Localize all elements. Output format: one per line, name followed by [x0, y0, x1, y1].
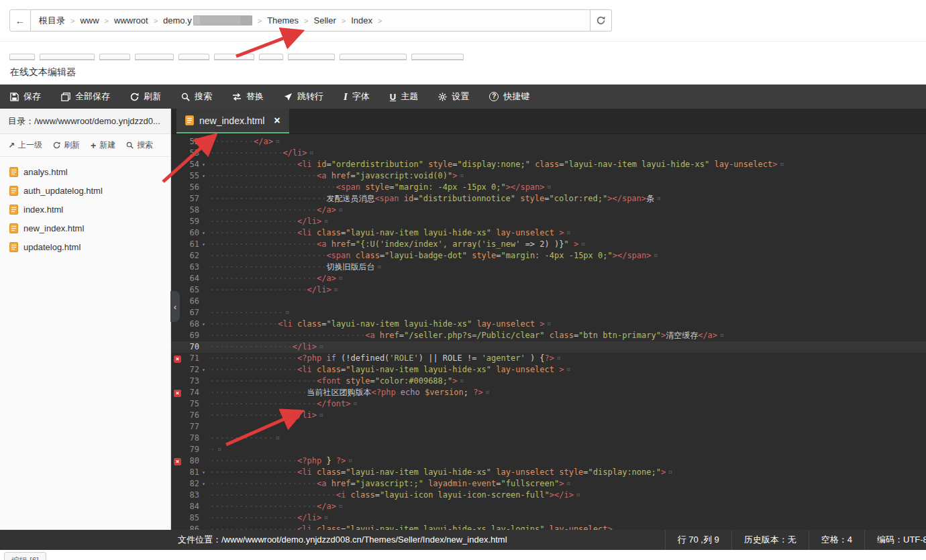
breadcrumb-item-root[interactable]: 根目录 [39, 15, 65, 27]
fold-caret-icon[interactable]: ▾ [202, 467, 210, 478]
gutter[interactable]: 55▾ [171, 170, 210, 182]
code-line[interactable]: 75······················</font>¤ [171, 398, 926, 410]
tab-new-index-html[interactable]: new_index.html × [176, 109, 289, 133]
file-item-auth-updatelog[interactable]: auth_updatelog.html [0, 181, 170, 200]
clipped-button[interactable] [178, 54, 209, 60]
code-line[interactable]: 53···············</li>¤ [171, 148, 926, 159]
gutter[interactable]: 86 [171, 524, 210, 530]
path-refresh-button[interactable] [590, 9, 612, 32]
hotkeys-button[interactable]: ? 快捷键 [479, 85, 539, 109]
code-line[interactable]: 73······················<font style="col… [171, 376, 926, 387]
code-line[interactable]: 57························发配送员消息<span id… [171, 193, 926, 205]
clipped-button[interactable] [135, 54, 174, 60]
save-button[interactable]: 保存 [0, 85, 51, 109]
code-line[interactable]: 83··························<i class="la… [171, 490, 926, 501]
file-item-updatelog[interactable]: updatelog.html [0, 237, 170, 256]
font-button[interactable]: I 字体 [333, 85, 380, 109]
gutter[interactable]: 60▾ [171, 227, 210, 239]
fold-caret-icon[interactable]: ▾ [202, 364, 210, 376]
sidebar-collapse-handle[interactable]: ‹ [170, 291, 180, 322]
breadcrumb-item-seller[interactable]: Seller [314, 15, 336, 25]
gutter[interactable]: 82▾ [171, 478, 210, 490]
code-line[interactable]: 55▾······················<a href="javasc… [171, 170, 926, 182]
fold-caret-icon[interactable]: ▾ [202, 159, 210, 170]
clipped-button[interactable] [288, 54, 335, 60]
gutter[interactable]: 72▾ [171, 364, 210, 376]
breadcrumb-item-www[interactable]: www [80, 15, 99, 25]
search-button[interactable]: 搜索 [171, 85, 222, 109]
code-line[interactable]: 65····················</li>¤ [171, 284, 926, 296]
gutter[interactable]: 77 [171, 421, 210, 433]
code-line[interactable]: 85··················</li>¤ [171, 512, 926, 524]
code-line[interactable]: 82▾······················<a href="javasc… [171, 478, 926, 490]
back-button[interactable]: ← [9, 9, 31, 32]
gutter[interactable]: 79 [171, 444, 210, 455]
fold-caret-icon[interactable]: ▾ [202, 239, 210, 250]
gutter[interactable]: ×80 [171, 455, 210, 467]
code-line[interactable]: 66 [171, 296, 926, 307]
clipped-button[interactable] [9, 54, 35, 60]
code-line[interactable]: 67···············¤ [171, 307, 926, 319]
clipped-button[interactable] [340, 54, 407, 60]
file-item-new-index[interactable]: new_index.html [0, 219, 170, 237]
gutter[interactable]: 84 [171, 501, 210, 512]
code-editor[interactable]: 52·········</a>¤53···············</li>¤5… [171, 134, 926, 530]
code-line[interactable]: 69································<a hre… [171, 330, 926, 341]
code-line[interactable]: ×74····················当前社区团购版本<?php ech… [171, 387, 926, 398]
gutter[interactable]: 78 [171, 433, 210, 444]
code-line[interactable]: 77 [171, 421, 926, 433]
space-indent-setting[interactable]: 空格：4 [809, 530, 864, 550]
breadcrumb-item-index[interactable]: Index [351, 15, 372, 25]
code-line[interactable]: 64······················</a>¤ [171, 273, 926, 284]
fold-caret-icon[interactable]: ▾ [202, 227, 210, 239]
gutter[interactable]: 73 [171, 376, 210, 387]
gutter[interactable]: 58 [171, 205, 210, 216]
up-level-button[interactable]: ↗ 上一级 [8, 139, 42, 151]
gutter[interactable]: ×71 [171, 353, 210, 364]
clipped-button[interactable] [214, 54, 254, 60]
code-line[interactable]: 76·················</li>¤ [171, 410, 926, 421]
clipped-button[interactable] [411, 54, 464, 60]
gutter[interactable]: ×74 [171, 387, 210, 398]
code-line[interactable]: 86··················<li class="layui-nav… [171, 524, 926, 530]
file-item-index[interactable]: index.html [0, 200, 170, 219]
refresh-button[interactable]: 刷新 [120, 85, 171, 109]
gutter[interactable]: 76 [171, 410, 210, 421]
fold-caret-icon[interactable]: ▾ [202, 170, 210, 182]
gutter[interactable]: 53 [171, 148, 210, 159]
new-file-button[interactable]: + 新建 [91, 139, 115, 151]
code-line[interactable]: 63························切换旧版后台¤ [171, 262, 926, 273]
gutter[interactable]: 57 [171, 193, 210, 205]
code-line[interactable]: 70·················</li>¤ [171, 341, 926, 353]
code-line[interactable]: 60▾··················<li class="layui-na… [171, 227, 926, 239]
fold-caret-icon[interactable]: ▾ [202, 478, 210, 490]
theme-button[interactable]: U 主题 [380, 85, 428, 109]
code-line[interactable]: 54▾··················<li id="orderdistri… [171, 159, 926, 170]
fold-caret-icon[interactable]: ▾ [202, 319, 210, 330]
encoding-setting[interactable]: 编码：UTF-8 [864, 530, 926, 550]
breadcrumb-item-themes[interactable]: Themes [267, 15, 299, 25]
code-line[interactable]: 72▾··················<li class="layui-na… [171, 364, 926, 376]
code-line[interactable]: 59··················</li>¤ [171, 216, 926, 227]
gutter[interactable]: 70 [171, 341, 210, 353]
gutter[interactable]: 63 [171, 262, 210, 273]
tab-close-icon[interactable]: × [274, 115, 280, 126]
replace-button[interactable]: 替换 [222, 85, 274, 109]
code-line[interactable]: 56··························<span style=… [171, 182, 926, 193]
gutter[interactable]: 83 [171, 490, 210, 501]
gutter[interactable]: 64 [171, 273, 210, 284]
sidebar-search-button[interactable]: 搜索 [126, 139, 153, 151]
code-line[interactable]: 58······················</a>¤ [171, 205, 926, 216]
gutter[interactable]: 69 [171, 330, 210, 341]
code-line[interactable]: 81▾··················<li class="layui-na… [171, 467, 926, 478]
gutter[interactable]: 52 [171, 136, 210, 148]
save-all-button[interactable]: 全部保存 [51, 85, 120, 109]
settings-button[interactable]: 设置 [428, 85, 479, 109]
code-line[interactable]: 62························<span class="l… [171, 250, 926, 262]
gutter[interactable]: 56 [171, 182, 210, 193]
code-line[interactable]: 52·········</a>¤ [171, 136, 926, 148]
gutter[interactable]: 59 [171, 216, 210, 227]
breadcrumb-item-wwwroot[interactable]: wwwroot [114, 15, 148, 25]
code-line[interactable]: 84······················</a>¤ [171, 501, 926, 512]
clipped-button[interactable] [99, 54, 130, 60]
